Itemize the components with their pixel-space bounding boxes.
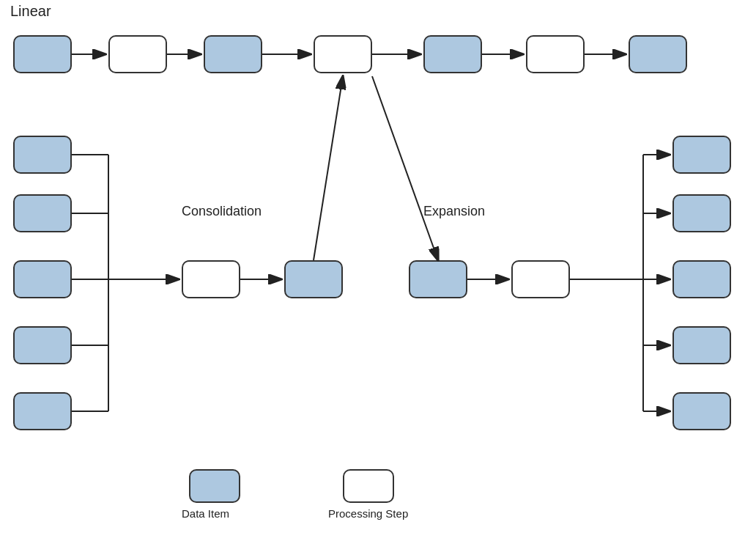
- diagram-container: Linear Data Item Processing Step Consoli…: [0, 0, 756, 541]
- proc-step-2: [511, 260, 570, 298]
- linear-box-6: [526, 35, 585, 73]
- output-box-3: [672, 260, 731, 298]
- consolidation-label: Consolidation: [182, 204, 262, 219]
- consolidation-box: [284, 260, 343, 298]
- output-box-4: [672, 326, 731, 364]
- legend-data-item-box: [189, 469, 240, 503]
- input-box-5: [13, 392, 72, 430]
- input-box-1: [13, 136, 72, 174]
- arrows-overlay: [0, 0, 756, 541]
- legend-proc-step-label: Processing Step: [328, 507, 408, 520]
- title-label: Linear: [10, 3, 51, 20]
- output-box-5: [672, 392, 731, 430]
- linear-box-2: [108, 35, 167, 73]
- legend-proc-step-box: [343, 469, 394, 503]
- expansion-box: [409, 260, 467, 298]
- linear-box-4: [314, 35, 372, 73]
- linear-box-5: [423, 35, 482, 73]
- input-box-2: [13, 194, 72, 232]
- output-box-2: [672, 194, 731, 232]
- linear-box-1: [13, 35, 72, 73]
- svg-line-24: [372, 76, 438, 260]
- expansion-label: Expansion: [423, 204, 485, 219]
- svg-line-23: [314, 76, 343, 260]
- linear-box-3: [204, 35, 262, 73]
- linear-box-7: [629, 35, 687, 73]
- proc-step-1: [182, 260, 240, 298]
- legend-data-item-label: Data Item: [182, 507, 229, 520]
- input-box-4: [13, 326, 72, 364]
- output-box-1: [672, 136, 731, 174]
- input-box-3: [13, 260, 72, 298]
